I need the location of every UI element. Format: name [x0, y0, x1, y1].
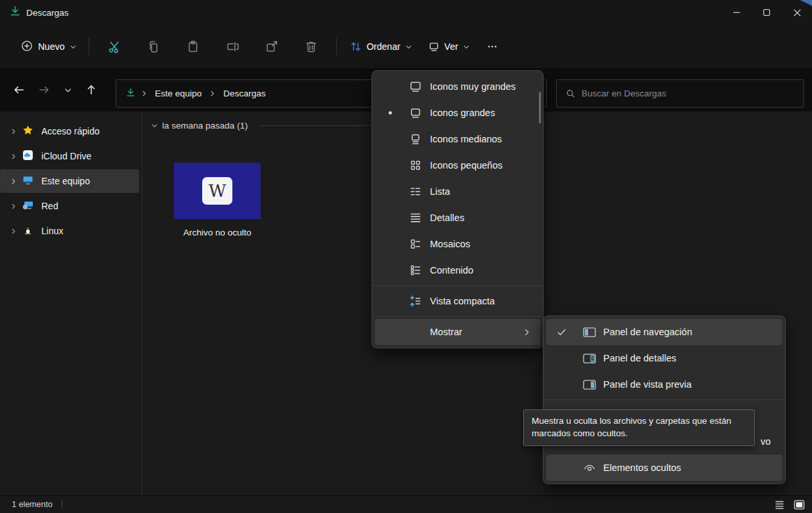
search-input[interactable] — [582, 89, 794, 98]
breadcrumb-este-equipo[interactable]: Este equipo — [152, 87, 204, 100]
list-view-icon — [774, 500, 785, 510]
close-button[interactable] — [782, 0, 812, 25]
compact-view-icon — [409, 295, 422, 308]
command-bar: Nuevo Ordenar Ver — [0, 25, 812, 68]
submenu-item-panel-de-vista-previa[interactable]: Panel de vista previa — [546, 371, 782, 398]
share-icon — [265, 40, 278, 53]
cut-button[interactable] — [95, 33, 134, 60]
sort-icon — [350, 41, 362, 52]
breadcrumb-descargas[interactable]: Descargas — [221, 87, 268, 100]
status-separator — [62, 500, 62, 509]
medium-icons-icon — [409, 133, 422, 146]
menu-item-detalles[interactable]: Detalles — [375, 205, 540, 231]
copy-button[interactable] — [134, 33, 173, 60]
list-icon — [409, 185, 422, 198]
submenu-item-panel-de-detalles[interactable]: Panel de detalles — [546, 345, 782, 371]
checkmark-icon — [557, 327, 566, 337]
sidebar-item-red[interactable]: Red — [0, 194, 139, 218]
item-count: 1 elemento — [12, 500, 53, 509]
trash-icon — [305, 40, 318, 53]
new-button-label: Nuevo — [38, 41, 64, 52]
copy-icon — [147, 40, 160, 53]
cut-icon — [108, 40, 121, 53]
chevron-right-icon[interactable] — [8, 228, 18, 235]
content-icon — [409, 264, 422, 277]
sort-button[interactable]: Ordenar — [342, 35, 419, 58]
thumbnail-view-toggle-button[interactable] — [791, 498, 807, 512]
menu-item-vista-compacta[interactable]: Vista compacta — [375, 288, 540, 314]
more-options-button[interactable] — [478, 33, 507, 60]
view-button-label: Ver — [444, 41, 458, 52]
sidebar-item-icloud-drive[interactable]: iCloud Drive — [0, 144, 139, 168]
recent-locations-button[interactable] — [56, 77, 79, 102]
paste-button[interactable] — [173, 33, 213, 60]
menu-item-iconos-grandes[interactable]: Iconos grandes — [375, 100, 540, 126]
breadcrumb-chevron-icon — [140, 90, 148, 97]
menu-item-mostrar[interactable]: Mostrar — [375, 319, 540, 345]
sidebar-item-linux[interactable]: Linux — [0, 219, 139, 243]
navigation-pane: Acceso rápido iCloud Drive Este equipo R… — [0, 112, 142, 495]
group-label: la semana pasada (1) — [162, 121, 248, 131]
menu-item-iconos-muy-grandes[interactable]: Iconos muy grandes — [375, 73, 540, 100]
tiles-icon — [409, 237, 422, 251]
chevron-down-icon — [70, 43, 77, 51]
window-title: Descargas — [26, 8, 69, 18]
menu-item-lista[interactable]: Lista — [375, 178, 540, 205]
submenu-item-elementos-ocultos[interactable]: Elementos ocultos — [546, 455, 782, 481]
chevron-right-icon[interactable] — [8, 128, 18, 135]
toolbar-separator — [89, 38, 89, 55]
back-arrow-icon — [13, 84, 25, 96]
chevron-right-icon[interactable] — [8, 178, 18, 185]
file-thumbnail: W — [174, 163, 261, 219]
search-box[interactable] — [556, 79, 804, 108]
rename-icon — [226, 40, 239, 53]
downloads-folder-icon — [9, 5, 21, 20]
menu-item-iconos-medianos[interactable]: Iconos medianos — [375, 126, 540, 152]
chevron-right-icon[interactable] — [8, 203, 18, 210]
title-bar: Descargas — [0, 0, 812, 25]
sidebar-item-acceso-rapido[interactable]: Acceso rápido — [0, 119, 139, 143]
minimize-button[interactable] — [721, 0, 752, 25]
sidebar-item-label: Este equipo — [37, 176, 90, 186]
menu-separator — [544, 400, 784, 400]
maximize-button[interactable] — [752, 0, 782, 25]
menu-item-mosaicos[interactable]: Mosaicos — [375, 231, 540, 257]
back-button[interactable] — [7, 77, 32, 102]
breadcrumb-chevron-icon — [209, 90, 216, 97]
downloads-folder-icon — [125, 87, 136, 100]
details-icon — [409, 211, 422, 224]
list-view-toggle-button[interactable] — [771, 498, 787, 512]
sidebar-item-este-equipo[interactable]: Este equipo — [0, 169, 139, 193]
wikipedia-w-icon: W — [202, 177, 232, 205]
file-item-archivo-no-oculto[interactable]: W Archivo no oculto — [155, 163, 280, 237]
menu-scrollbar-thumb[interactable] — [539, 92, 541, 123]
preview-pane-icon — [583, 379, 596, 390]
menu-item-iconos-pequenos[interactable]: Iconos pequeños — [375, 152, 540, 178]
file-explorer-window: Descargas Nuevo — [0, 0, 812, 513]
forward-arrow-icon — [38, 84, 50, 96]
submenu-chevron-right-icon — [523, 328, 531, 337]
menu-item-contenido[interactable]: Contenido — [375, 257, 540, 283]
delete-button[interactable] — [291, 33, 331, 60]
large-icons-icon — [409, 106, 422, 119]
up-button[interactable] — [79, 77, 104, 102]
chevron-right-icon[interactable] — [8, 153, 18, 160]
icloud-icon — [22, 150, 33, 163]
submenu-item-label-fragment: vo — [761, 436, 771, 447]
share-button[interactable] — [252, 33, 291, 60]
sidebar-item-label: Linux — [37, 226, 63, 236]
sidebar-item-label: Red — [37, 201, 58, 211]
computer-icon — [22, 174, 33, 188]
plus-icon — [21, 40, 33, 54]
view-icon — [428, 41, 440, 52]
large-thumbnails-view-icon — [794, 500, 805, 510]
rename-button[interactable] — [213, 33, 252, 60]
chevron-down-icon — [405, 43, 412, 51]
chevron-down-icon — [64, 86, 72, 94]
forward-button[interactable] — [32, 77, 56, 102]
hidden-items-tooltip: Muestra u oculta los archivos y carpetas… — [523, 409, 755, 446]
view-button[interactable]: Ver — [420, 35, 478, 58]
status-bar: 1 elemento — [0, 495, 812, 513]
submenu-item-panel-de-navegacion[interactable]: Panel de navegación — [546, 319, 782, 345]
new-button[interactable]: Nuevo — [14, 35, 83, 59]
